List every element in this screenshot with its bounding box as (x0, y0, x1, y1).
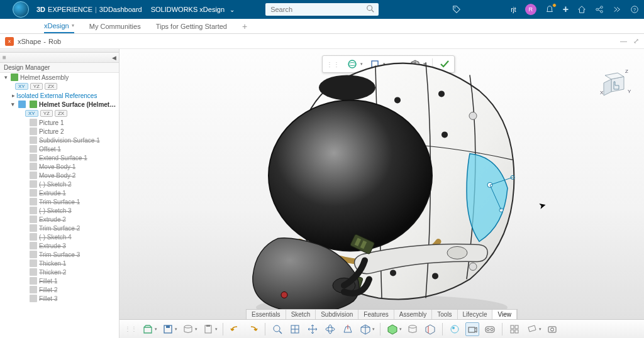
tree-feature[interactable]: Picture 1 (0, 118, 119, 127)
cmdtab-essentials[interactable]: Essentials (247, 310, 286, 319)
cmd-cutaway-icon[interactable] (423, 322, 437, 336)
feat-icon (30, 215, 37, 223)
tree-feature[interactable]: Extrude 3 (0, 241, 119, 250)
cmdtab-assembly[interactable]: Assembly (394, 310, 432, 319)
tree-feature[interactable]: (-) Sketch 4 (0, 232, 119, 241)
feat-icon (30, 189, 37, 197)
tree-feature[interactable]: Move Body 2 (0, 171, 119, 180)
collab-icon[interactable] (613, 5, 621, 14)
tree-feature[interactable]: Move Body 1 (0, 162, 119, 171)
tag-icon[interactable] (452, 5, 461, 14)
cmd-clipboard-icon[interactable] (201, 322, 215, 336)
view-orientation-cube[interactable]: X Y Z (596, 68, 634, 102)
help-icon[interactable]: ? (630, 5, 639, 14)
cmd-camera-icon[interactable] (465, 322, 479, 336)
dashboard-label[interactable]: 3DDashboard (99, 6, 142, 13)
app-name-label[interactable]: SOLIDWORKS xDesign (151, 6, 225, 13)
tree-feature[interactable]: Fillet 1 (0, 276, 119, 285)
part-icon (18, 101, 26, 108)
minimize-widget-icon[interactable]: — (620, 37, 627, 45)
cmd-appearance-icon[interactable] (448, 322, 462, 336)
search-icon[interactable] (366, 4, 376, 14)
cmd-rotate-icon[interactable] (323, 322, 337, 336)
tree-feature[interactable]: Extrude 1 (0, 188, 119, 197)
tree-feature[interactable]: Trim Surface 2 (0, 224, 119, 232)
chip-yz[interactable]: YZ (30, 83, 43, 90)
panel-menu-icon[interactable]: ≡ (3, 54, 6, 61)
feature-label: Extrude 3 (39, 243, 66, 249)
tree-feature[interactable]: Offset 1 (0, 144, 119, 153)
add-tab-button[interactable]: + (242, 21, 247, 31)
3d-viewport[interactable]: ⋮⋮ ▾ ▾ ▾ (119, 49, 644, 338)
cmdtab-features[interactable]: Features (358, 310, 394, 319)
cmd-db-icon[interactable] (181, 322, 195, 336)
cmdtab-lifecycle[interactable]: Lifecycle (458, 310, 493, 319)
tree-feature[interactable]: Extend Surface 1 (0, 153, 119, 162)
notifications-icon[interactable] (545, 5, 554, 14)
cmdtab-sketch[interactable]: Sketch (286, 310, 316, 319)
cmd-redo-icon[interactable] (246, 322, 260, 336)
tree-feature[interactable]: Trim Surface 3 (0, 250, 119, 259)
tree-active-part[interactable]: ▾ Helmet Surface (Helmet ... (0, 100, 119, 109)
expand-widget-icon[interactable]: ⤢ (633, 37, 639, 45)
tree-feature[interactable]: (-) Sketch 3 (0, 206, 119, 215)
app-dropdown-icon[interactable]: ⌄ (230, 6, 235, 13)
svg-point-46 (274, 325, 280, 332)
svg-rect-62 (515, 330, 518, 333)
user-avatar[interactable]: R (525, 4, 536, 15)
tree-feature[interactable]: Trim Surface 1 (0, 197, 119, 206)
cmdtab-view[interactable]: View (492, 310, 517, 319)
cmd-isometric-icon[interactable] (358, 322, 372, 336)
cmd-normal-icon[interactable] (341, 322, 355, 336)
tree-isolated-refs[interactable]: ▸Isolated External References (0, 91, 119, 100)
feature-label: Trim Surface 1 (39, 199, 80, 205)
cmd-save-icon[interactable] (161, 322, 175, 336)
svg-text:Z: Z (625, 68, 628, 74)
tree-feature[interactable]: Extrude 2 (0, 215, 119, 224)
tree-feature[interactable]: Thicken 1 (0, 259, 119, 268)
svg-line-1 (372, 10, 374, 13)
svg-point-25 (432, 273, 438, 279)
cmd-zoom-fit-icon[interactable] (270, 322, 284, 336)
ds-compass-logo[interactable] (5, 0, 36, 19)
tree-feature[interactable]: Subdivision Surface 1 (0, 136, 119, 144)
cmd-fit-icon[interactable] (288, 322, 302, 336)
chip-zx[interactable]: ZX (45, 83, 57, 90)
chip-yz-2[interactable]: YZ (40, 110, 53, 117)
svg-point-28 (269, 100, 432, 251)
cmdtab-tools[interactable]: Tools (432, 310, 457, 319)
cmdbar-grip[interactable]: ⋮⋮ (125, 325, 137, 332)
sketch-icon (30, 233, 37, 241)
feature-tree[interactable]: ▾ Helmet Assembly XY YZ ZX ▸Isolated Ext… (0, 73, 119, 338)
search-input[interactable] (265, 3, 379, 16)
tab-tips[interactable]: Tips for Getting Started (156, 19, 227, 33)
tree-feature[interactable]: (-) Sketch 2 (0, 180, 119, 188)
helmet-model[interactable] (218, 53, 545, 323)
tree-feature[interactable]: Picture 2 (0, 127, 119, 136)
tree-feature[interactable]: Thicken 2 (0, 268, 119, 276)
chip-xy-2[interactable]: XY (25, 110, 38, 117)
cmd-planes-icon[interactable] (525, 322, 539, 336)
panel-collapse-icon[interactable]: ◀ (112, 55, 116, 61)
chip-zx-2[interactable]: ZX (55, 110, 67, 117)
share-icon[interactable] (595, 5, 604, 14)
user-short-label[interactable]: rjt (511, 6, 516, 13)
cmd-grid-icon[interactable] (508, 322, 521, 336)
tab-xdesign[interactable]: xDesign▾ (44, 19, 74, 33)
cmd-undo-icon[interactable] (228, 322, 242, 336)
cmd-open-icon[interactable] (141, 322, 155, 336)
cmd-pan-icon[interactable] (306, 322, 319, 336)
chip-xy[interactable]: XY (15, 83, 28, 90)
tree-feature[interactable]: Fillet 2 (0, 285, 119, 294)
cmdtab-subdivision[interactable]: Subdivision (316, 310, 358, 319)
tree-feature[interactable]: Fillet 3 (0, 294, 119, 303)
home-icon[interactable] (577, 5, 586, 14)
surf-icon (30, 136, 37, 144)
tab-my-communities[interactable]: My Communities (89, 19, 141, 33)
tree-root-assembly[interactable]: ▾ Helmet Assembly (0, 73, 119, 82)
cmd-capture-icon[interactable] (545, 322, 559, 336)
cmd-display-icon[interactable] (386, 322, 399, 336)
cmd-ar-icon[interactable] (483, 322, 497, 336)
cmd-section-icon[interactable] (406, 322, 419, 336)
add-icon[interactable]: + (563, 4, 569, 15)
